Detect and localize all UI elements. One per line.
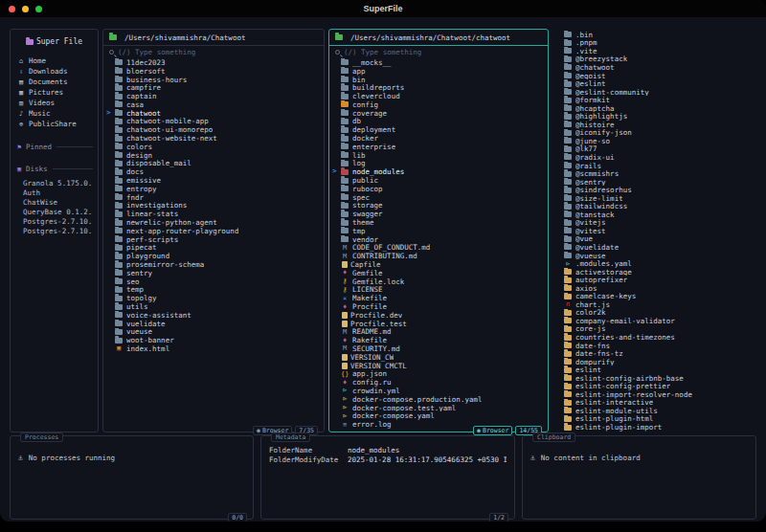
file-row[interactable]: > topolgy bbox=[103, 294, 324, 302]
file-row[interactable]: > ♦ config.ru bbox=[329, 378, 548, 387]
disk-item[interactable]: ChatWise bbox=[15, 198, 93, 208]
file-row[interactable]: > chatwoot-website-next bbox=[103, 134, 324, 143]
file-row[interactable]: > camelcase-keys bbox=[552, 293, 756, 301]
sidebar-item-videos[interactable]: ▥ Videos bbox=[15, 98, 93, 108]
file-row[interactable]: > date-fns-tz bbox=[552, 349, 756, 358]
file-row[interactable]: > @histoire bbox=[552, 121, 756, 129]
file-row[interactable]: > activestorage bbox=[552, 268, 756, 277]
file-row[interactable]: > entropy bbox=[103, 185, 324, 193]
file-row[interactable]: > ⊳ crowdin.yml bbox=[329, 387, 548, 395]
file-row[interactable]: > sentry bbox=[103, 269, 324, 277]
file-row[interactable]: > storage bbox=[329, 202, 548, 211]
file-row[interactable]: > @egoist bbox=[552, 72, 756, 80]
file-row[interactable]: > VERSION_CW bbox=[329, 353, 548, 362]
file-row[interactable]: > @sindresorhus bbox=[552, 186, 756, 194]
file-row[interactable]: > @vueuse bbox=[552, 252, 756, 260]
file-row[interactable]: > docs bbox=[103, 167, 324, 176]
file-row[interactable]: > M SECURITY.md bbox=[329, 344, 548, 353]
file-row[interactable]: > @rails bbox=[552, 162, 756, 170]
file-row[interactable]: > rubocop bbox=[329, 185, 548, 193]
file-row[interactable]: > log bbox=[329, 160, 548, 168]
file-row[interactable]: > ⊳ docker-compose.production.yaml bbox=[329, 395, 548, 404]
file-row[interactable]: > @lk77 bbox=[552, 145, 756, 154]
file-row[interactable]: > chatwoot bbox=[103, 109, 324, 118]
file-row[interactable]: > pipecat bbox=[103, 244, 324, 253]
file-row[interactable]: > eslint-interactive bbox=[552, 399, 756, 408]
file-row[interactable]: > __mocks__ bbox=[329, 58, 548, 67]
file-row[interactable]: > company-email-validator bbox=[552, 317, 756, 325]
file-row[interactable]: > vueuse bbox=[103, 328, 324, 337]
file-row[interactable]: > color2k bbox=[552, 309, 756, 318]
file-row[interactable]: > @formkit bbox=[552, 96, 756, 104]
file-row[interactable]: > spec bbox=[329, 193, 548, 202]
file-row[interactable]: > @tanstack bbox=[552, 211, 756, 219]
disk-item[interactable]: Auth bbox=[15, 188, 93, 198]
file-row[interactable]: > @highlightjs bbox=[552, 112, 756, 121]
file-row[interactable]: > casa bbox=[103, 100, 324, 109]
file-row[interactable]: > vendor bbox=[329, 235, 548, 244]
file-row[interactable]: > @hcaptcha bbox=[552, 104, 756, 113]
file-row[interactable]: > tmp bbox=[329, 227, 548, 235]
file-row[interactable]: > axios bbox=[552, 284, 756, 293]
file-row[interactable]: > @sentry bbox=[552, 178, 756, 187]
file-row[interactable]: > campfire bbox=[103, 83, 324, 92]
file-row[interactable]: > buildreports bbox=[329, 83, 548, 92]
file-row[interactable]: > @iconify-json bbox=[552, 129, 756, 138]
file-row[interactable]: > db bbox=[329, 118, 548, 126]
file-row[interactable]: > core-js bbox=[552, 325, 756, 334]
file-row[interactable]: > countries-and-timezones bbox=[552, 333, 756, 342]
sidebar-item-home[interactable]: ⌂ Home bbox=[15, 55, 93, 66]
file-row[interactable]: > @tailwindcss bbox=[552, 202, 756, 211]
file-row[interactable]: > M CODE_OF_CONDUCT.md bbox=[329, 244, 548, 253]
file-row[interactable]: > perf-scripts bbox=[103, 235, 324, 244]
file-row[interactable]: > ▣ index.html bbox=[103, 344, 324, 353]
file-row[interactable]: > .vite bbox=[552, 47, 756, 55]
file-row[interactable]: > eslint-module-utils bbox=[552, 407, 756, 415]
file-row[interactable]: > design bbox=[103, 151, 324, 160]
file-row[interactable]: > seo bbox=[103, 277, 324, 286]
file-row[interactable]: > emissive bbox=[103, 176, 324, 185]
file-row[interactable]: > linear-stats bbox=[103, 210, 324, 218]
file-row[interactable]: > chatwoot-mobile-app bbox=[103, 118, 324, 126]
file-row[interactable]: > node_modules bbox=[329, 167, 548, 176]
file-row[interactable]: > ⊳ .modules.yaml bbox=[552, 259, 756, 268]
file-row[interactable]: > autoprefixer bbox=[552, 276, 756, 284]
file-row[interactable]: > .pnpm bbox=[552, 39, 756, 48]
file-row[interactable]: > woot-banner bbox=[103, 336, 324, 344]
file-row[interactable]: > config bbox=[329, 100, 548, 109]
file-row[interactable]: > investigations bbox=[103, 202, 324, 211]
file-row[interactable]: > @vitest bbox=[552, 227, 756, 235]
file-row[interactable]: > eslint-config-prettier bbox=[552, 383, 756, 391]
file-row[interactable]: > date-fns bbox=[552, 342, 756, 350]
file-row[interactable]: > eslint bbox=[552, 366, 756, 374]
file-row[interactable]: > Capfile bbox=[329, 260, 548, 269]
file-row[interactable]: > @scmmishrs bbox=[552, 169, 756, 178]
file-row[interactable]: > vuelidate bbox=[103, 320, 324, 328]
file-row[interactable]: > M README.md bbox=[329, 328, 548, 337]
file-row[interactable]: > prosemirror-schema bbox=[103, 260, 324, 269]
file-row[interactable]: > M CONTRIBUTING.md bbox=[329, 252, 548, 260]
sidebar-item-pictures[interactable]: ▦ Pictures bbox=[15, 87, 93, 98]
file-row[interactable]: > @chatwoot bbox=[552, 63, 756, 72]
file-row[interactable]: > fndr bbox=[103, 193, 324, 202]
file-row[interactable]: > app bbox=[329, 67, 548, 76]
file-row[interactable]: > newrelic-python-agent bbox=[103, 218, 324, 227]
file-row[interactable]: > bloersoft bbox=[103, 67, 324, 76]
file-row[interactable]: > chatwoot-ui-monorepo bbox=[103, 125, 324, 134]
file-row[interactable]: > enterprise bbox=[329, 143, 548, 151]
sidebar-item-documents[interactable]: ▤ Documents bbox=[15, 77, 93, 87]
sidebar-item-publicshare[interactable]: ⊕ PublicShare bbox=[15, 119, 93, 129]
file-row[interactable]: > colors bbox=[103, 143, 324, 151]
file-row[interactable]: > @vitejs bbox=[552, 219, 756, 228]
file-row[interactable]: > temp bbox=[103, 286, 324, 295]
file-row[interactable]: > .bin bbox=[552, 31, 756, 39]
disk-item[interactable]: Postgres-2.7.10... bbox=[15, 217, 93, 227]
file-row[interactable]: > @vue bbox=[552, 235, 756, 244]
file-row[interactable]: > ⊳ docker-compose.test.yaml bbox=[329, 404, 548, 412]
file-row[interactable]: > 11dec2023 bbox=[103, 58, 324, 67]
file-row[interactable]: > deployment bbox=[329, 125, 548, 134]
file-row[interactable]: > @radix-ui bbox=[552, 153, 756, 162]
file-row[interactable]: > {} app.json bbox=[329, 369, 548, 378]
file-row[interactable]: > clevercloud bbox=[329, 92, 548, 100]
file-row[interactable]: > @size-limit bbox=[552, 194, 756, 203]
